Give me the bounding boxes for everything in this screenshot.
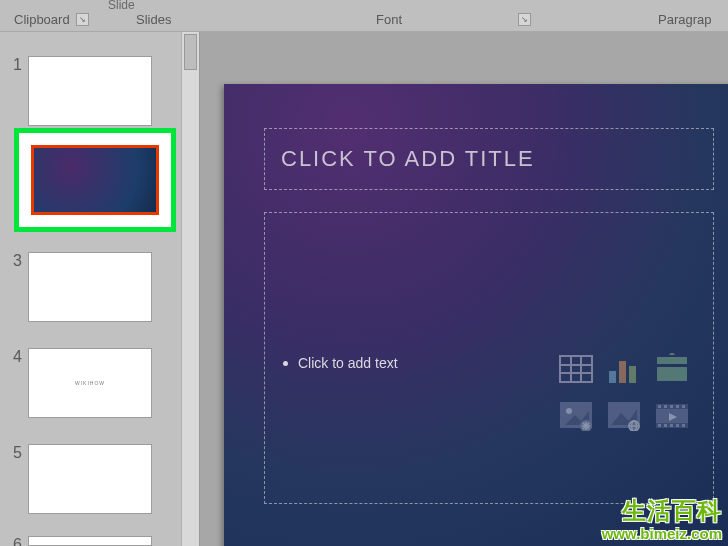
svg-rect-31	[676, 405, 679, 408]
selected-slide-highlight[interactable]	[14, 128, 176, 232]
slide-number: 5	[8, 444, 22, 462]
scrollbar-thumb[interactable]	[184, 34, 197, 70]
insert-table-icon[interactable]	[555, 349, 597, 389]
slide-number: 3	[8, 252, 22, 270]
selected-slide-thumbnail	[31, 145, 159, 215]
svg-rect-37	[682, 424, 685, 427]
svg-rect-0	[560, 356, 592, 382]
svg-rect-34	[664, 424, 667, 427]
insert-video-icon[interactable]	[651, 395, 693, 435]
bullet-icon	[283, 361, 288, 366]
slide-thumbnail-3[interactable]: 3	[8, 252, 152, 322]
ribbon-group-clipboard: Clipboard	[14, 12, 89, 27]
ribbon-group-slides-label: Slides	[136, 12, 171, 27]
content-placeholder-text: Click to add text	[298, 355, 398, 371]
slide-thumbnail-6[interactable]: 6	[8, 536, 152, 546]
svg-rect-32	[682, 405, 685, 408]
ribbon-group-font: Font	[376, 12, 531, 27]
slide-number: 1	[8, 56, 22, 74]
ribbon-group-labels: Clipboard Slide Slides Font Paragrap	[0, 0, 728, 32]
slide-thumbnail-1[interactable]: 1	[8, 56, 152, 126]
svg-rect-5	[609, 371, 616, 383]
slide-thumbnails-pane: 1 2 3 4 WIKIHOW 5 6	[0, 32, 200, 546]
svg-point-12	[566, 408, 572, 414]
insert-online-picture-icon[interactable]	[603, 395, 645, 435]
slide-thumbnail-preview	[28, 536, 152, 546]
slide-number: 4	[8, 348, 22, 366]
ribbon-group-font-label: Font	[376, 12, 402, 27]
title-placeholder[interactable]: CLICK TO ADD TITLE	[264, 128, 714, 190]
svg-rect-35	[670, 424, 673, 427]
clipboard-dialog-launcher-icon[interactable]	[76, 13, 89, 26]
slide-number: 6	[8, 536, 22, 546]
ribbon-group-clipboard-label: Clipboard	[14, 12, 70, 27]
slide-thumbnail-preview	[28, 444, 152, 514]
ribbon-group-paragraph: Paragrap	[658, 12, 711, 27]
slide-editor-area: CLICK TO ADD TITLE Click to add text	[200, 32, 728, 546]
insert-picture-icon[interactable]	[555, 395, 597, 435]
svg-rect-33	[658, 424, 661, 427]
work-area: 1 2 3 4 WIKIHOW 5 6	[0, 32, 728, 546]
svg-rect-30	[670, 405, 673, 408]
slide-thumbnail-preview	[28, 252, 152, 322]
svg-rect-29	[664, 405, 667, 408]
svg-rect-8	[657, 357, 687, 364]
svg-rect-9	[657, 367, 687, 381]
title-placeholder-text: CLICK TO ADD TITLE	[281, 146, 535, 172]
slide-thumbnail-5[interactable]: 5	[8, 444, 152, 514]
slide-thumbnail-preview: WIKIHOW	[28, 348, 152, 418]
ribbon-peek-item: Slide	[108, 0, 135, 12]
slide-thumbnail-4[interactable]: 4 WIKIHOW	[8, 348, 152, 418]
svg-rect-36	[676, 424, 679, 427]
insert-chart-icon[interactable]	[603, 349, 645, 389]
content-placeholder[interactable]: Click to add text	[264, 212, 714, 504]
content-insertion-icons	[555, 349, 693, 435]
slide-canvas[interactable]: CLICK TO ADD TITLE Click to add text	[224, 84, 728, 546]
slide-thumbnail-preview	[28, 56, 152, 126]
svg-rect-7	[629, 366, 636, 383]
font-dialog-launcher-icon[interactable]	[518, 13, 531, 26]
ribbon-group-paragraph-label: Paragrap	[658, 12, 711, 27]
svg-marker-10	[669, 353, 675, 355]
thumbnail-scrollbar[interactable]	[181, 32, 199, 546]
ribbon-group-slides: Slides	[136, 12, 171, 27]
svg-rect-6	[619, 361, 626, 383]
insert-smartart-icon[interactable]	[651, 349, 693, 389]
svg-rect-28	[658, 405, 661, 408]
